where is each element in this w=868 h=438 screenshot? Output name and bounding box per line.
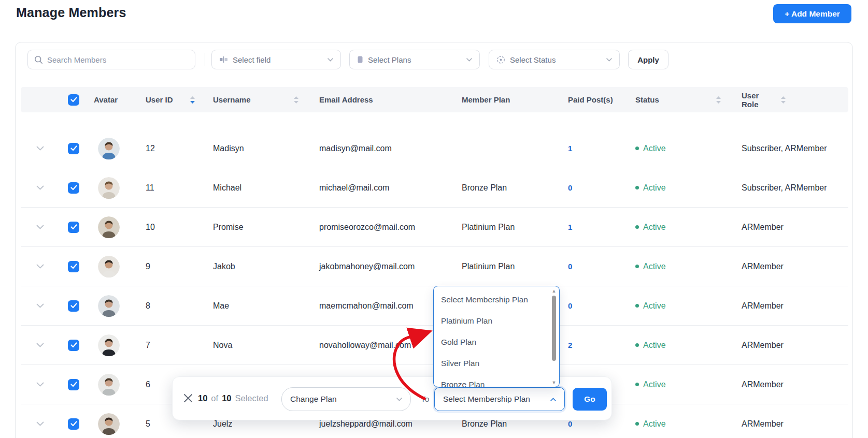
paid-posts-cell: 0: [563, 419, 630, 428]
row-checkbox[interactable]: [68, 379, 79, 390]
row-checkbox[interactable]: [68, 143, 79, 154]
chevron-down-icon: [36, 264, 44, 269]
select-status-label: Select Status: [510, 55, 556, 64]
row-select: [63, 222, 89, 233]
plan-option[interactable]: Bronze Plan: [434, 374, 559, 387]
plan-option[interactable]: Select Membership Plan: [434, 289, 559, 310]
paid-posts-link[interactable]: 0: [568, 183, 572, 192]
status-badge: Active: [643, 144, 666, 153]
status-cell: Active: [630, 380, 736, 389]
status-badge: Active: [643, 419, 666, 429]
row-expand[interactable]: [31, 303, 63, 308]
avatar: [98, 216, 120, 238]
avatar-cell: [89, 334, 140, 356]
search-icon: [34, 55, 43, 64]
row-expand[interactable]: [31, 382, 63, 387]
field-icon: [219, 55, 228, 64]
row-expand[interactable]: [31, 146, 63, 151]
row-checkbox[interactable]: [68, 418, 79, 430]
member-plan-cell: Bronze Plan: [457, 419, 563, 429]
select-status-dropdown[interactable]: Select Status: [489, 50, 620, 69]
row-checkbox[interactable]: [68, 222, 79, 233]
column-member-plan: Member Plan: [457, 95, 563, 104]
search-input[interactable]: [47, 55, 189, 64]
select-plans-dropdown[interactable]: Select Plans: [349, 50, 480, 69]
row-expand[interactable]: [31, 225, 63, 229]
avatar: [98, 295, 120, 317]
status-dot-icon: [635, 343, 639, 347]
row-expand[interactable]: [31, 421, 63, 426]
chevron-down-icon: [36, 185, 44, 190]
column-user-role[interactable]: User Role: [736, 91, 835, 109]
status-icon: [496, 55, 505, 64]
paid-posts-link[interactable]: 1: [568, 223, 572, 231]
row-expand[interactable]: [31, 264, 63, 269]
sort-icon[interactable]: [294, 96, 298, 104]
paid-posts-link[interactable]: 2: [568, 341, 572, 349]
paid-posts-cell: 1: [563, 144, 630, 153]
sort-icon[interactable]: [716, 96, 721, 104]
plan-option[interactable]: Platinium Plan: [434, 310, 559, 331]
plan-option[interactable]: Gold Plan: [434, 331, 559, 353]
add-member-button[interactable]: + Add Member: [773, 4, 851, 23]
avatar: [98, 177, 120, 199]
row-expand[interactable]: [31, 185, 63, 190]
avatar-cell: [89, 256, 140, 278]
paid-posts-link[interactable]: 0: [568, 301, 572, 310]
status-badge: Active: [643, 223, 666, 232]
paid-posts-link[interactable]: 0: [568, 419, 572, 428]
paid-posts-link[interactable]: 1: [568, 144, 572, 153]
table-header: Avatar User ID Username Email Address Me…: [21, 87, 848, 112]
paid-posts-cell: 1: [563, 223, 630, 231]
chevron-down-icon: [36, 382, 44, 387]
column-status[interactable]: Status: [630, 95, 736, 104]
email-cell: juelzsheppard@mail.com: [314, 419, 457, 429]
status-dot-icon: [635, 186, 639, 189]
paid-posts-cell: 0: [563, 262, 630, 271]
chevron-down-icon: [36, 225, 44, 229]
avatar: [98, 138, 120, 159]
status-cell: Active: [630, 341, 736, 350]
scroll-up-icon[interactable]: ▲: [551, 289, 557, 294]
popup-scrollbar: ▲ ▼: [551, 289, 557, 385]
chevron-down-icon: [396, 398, 402, 401]
status-cell: Active: [630, 144, 736, 153]
plan-option-list: Select Membership PlanPlatinium PlanGold…: [434, 289, 559, 387]
user-role-cell: ARMember: [736, 419, 835, 429]
row-select: [63, 143, 89, 154]
scroll-down-icon[interactable]: ▼: [551, 381, 557, 385]
bulk-plan-dropdown[interactable]: Select Membership Plan: [434, 387, 565, 411]
paid-posts-cell: 0: [563, 301, 630, 310]
column-user-id[interactable]: User ID: [140, 95, 208, 104]
member-plan-cell: Platinium Plan: [457, 223, 563, 232]
sort-icon[interactable]: [781, 96, 786, 104]
row-checkbox[interactable]: [68, 300, 79, 312]
column-avatar: Avatar: [89, 95, 140, 104]
row-expand[interactable]: [31, 343, 63, 347]
apply-button[interactable]: Apply: [628, 50, 668, 69]
table-row: 9 Jakob jakobmahoney@mail.com Platinium …: [21, 247, 848, 286]
select-field-dropdown[interactable]: Select field: [211, 50, 341, 69]
avatar: [98, 256, 120, 278]
sort-icon[interactable]: [190, 96, 195, 104]
row-checkbox[interactable]: [68, 182, 79, 194]
paid-posts-link[interactable]: 0: [568, 262, 572, 271]
scrollbar-thumb[interactable]: [552, 296, 556, 361]
chevron-down-icon: [466, 58, 472, 62]
email-cell: jakobmahoney@mail.com: [314, 262, 457, 271]
status-badge: Active: [643, 262, 666, 271]
row-checkbox[interactable]: [68, 340, 79, 351]
plan-option[interactable]: Silver Plan: [434, 353, 559, 374]
user-role-cell: ARMember: [736, 380, 835, 389]
close-icon[interactable]: [183, 393, 193, 403]
go-button[interactable]: Go: [573, 388, 607, 411]
user-role-cell: ARMember: [736, 301, 835, 311]
page-title: Manage Members: [16, 5, 126, 20]
row-checkbox[interactable]: [68, 261, 79, 272]
column-username[interactable]: Username: [208, 95, 314, 104]
select-all-checkbox[interactable]: [68, 94, 79, 106]
search-box[interactable]: [27, 50, 195, 69]
member-plan-cell: Platinium Plan: [457, 262, 563, 271]
bulk-action-dropdown[interactable]: Change Plan: [281, 387, 411, 411]
email-cell: michael@mail.com: [314, 183, 457, 193]
